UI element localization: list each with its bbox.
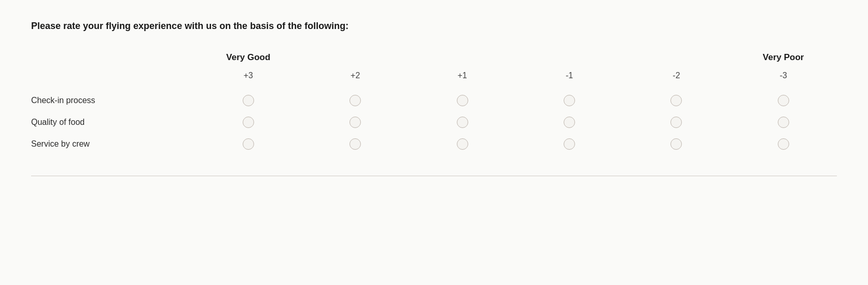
- score-label-p2: +2: [302, 71, 409, 90]
- radio-service-by-crew--3[interactable]: [778, 138, 789, 150]
- cell-check-in-process-+2[interactable]: [302, 90, 409, 111]
- radio-quality-of-food-+1[interactable]: [457, 117, 468, 128]
- score-label-p3: +3: [195, 71, 302, 90]
- cell-service-by-crew--1[interactable]: [516, 133, 623, 155]
- radio-quality-of-food--1[interactable]: [564, 117, 575, 128]
- radio-quality-of-food-+2[interactable]: [349, 117, 361, 128]
- score-labels-row: +3 +2 +1 -1 -2 -3: [31, 71, 837, 90]
- cell-check-in-process--2[interactable]: [623, 90, 730, 111]
- cell-quality-of-food-+1[interactable]: [409, 111, 515, 133]
- cell-check-in-process-+1[interactable]: [409, 90, 515, 111]
- cell-service-by-crew--3[interactable]: [730, 133, 837, 155]
- cell-check-in-process-+3[interactable]: [195, 90, 302, 111]
- radio-quality-of-food-+3[interactable]: [243, 117, 254, 128]
- label-col-header: [31, 52, 195, 71]
- label-check-in-process: Check-in process: [31, 90, 195, 111]
- score-label-n3: -3: [730, 71, 837, 90]
- label-service-by-crew: Service by crew: [31, 133, 195, 155]
- cell-quality-of-food-+2[interactable]: [302, 111, 409, 133]
- radio-check-in-process--3[interactable]: [778, 95, 789, 106]
- radio-service-by-crew--2[interactable]: [670, 138, 682, 150]
- cell-service-by-crew-+2[interactable]: [302, 133, 409, 155]
- cell-quality-of-food--2[interactable]: [623, 111, 730, 133]
- row-quality-of-food: Quality of food: [31, 111, 837, 133]
- cell-check-in-process--1[interactable]: [516, 90, 623, 111]
- radio-check-in-process-+2[interactable]: [349, 95, 361, 106]
- cell-service-by-crew-+1[interactable]: [409, 133, 515, 155]
- very-good-header: Very Good: [195, 52, 302, 71]
- label-quality-of-food: Quality of food: [31, 111, 195, 133]
- rating-table: Very Good Very Poor +3 +2 +1 -1 -2 -3 Ch…: [31, 52, 837, 155]
- radio-check-in-process-+3[interactable]: [243, 95, 254, 106]
- cell-check-in-process--3[interactable]: [730, 90, 837, 111]
- radio-check-in-process--1[interactable]: [564, 95, 575, 106]
- survey-container: Please rate your flying experience with …: [31, 21, 837, 176]
- cell-service-by-crew--2[interactable]: [623, 133, 730, 155]
- survey-title: Please rate your flying experience with …: [31, 21, 837, 32]
- row-service-by-crew: Service by crew: [31, 133, 837, 155]
- radio-check-in-process--2[interactable]: [670, 95, 682, 106]
- score-label-empty: [31, 71, 195, 90]
- col-header-p1: [409, 52, 515, 71]
- score-label-n2: -2: [623, 71, 730, 90]
- radio-service-by-crew--1[interactable]: [564, 138, 575, 150]
- score-label-p1: +1: [409, 71, 515, 90]
- col-header-n1: [516, 52, 623, 71]
- score-label-n1: -1: [516, 71, 623, 90]
- col-header-p2: [302, 52, 409, 71]
- header-labels-row: Very Good Very Poor: [31, 52, 837, 71]
- survey-body: Check-in processQuality of foodService b…: [31, 90, 837, 155]
- cell-quality-of-food-+3[interactable]: [195, 111, 302, 133]
- radio-quality-of-food--2[interactable]: [670, 117, 682, 128]
- radio-quality-of-food--3[interactable]: [778, 117, 789, 128]
- very-poor-header: Very Poor: [730, 52, 837, 71]
- bottom-divider: [31, 176, 837, 176]
- radio-check-in-process-+1[interactable]: [457, 95, 468, 106]
- cell-quality-of-food--3[interactable]: [730, 111, 837, 133]
- radio-service-by-crew-+1[interactable]: [457, 138, 468, 150]
- cell-quality-of-food--1[interactable]: [516, 111, 623, 133]
- row-check-in-process: Check-in process: [31, 90, 837, 111]
- col-header-n2: [623, 52, 730, 71]
- radio-service-by-crew-+2[interactable]: [349, 138, 361, 150]
- radio-service-by-crew-+3[interactable]: [243, 138, 254, 150]
- cell-service-by-crew-+3[interactable]: [195, 133, 302, 155]
